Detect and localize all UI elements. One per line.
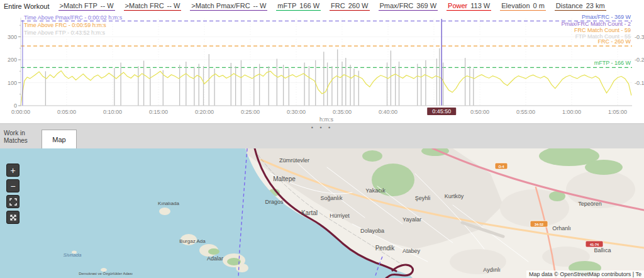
y-right-tick-label: -0.1 — [635, 80, 644, 86]
x-tick-label: 0:20:00 — [195, 109, 214, 115]
minus-icon: − — [10, 182, 15, 191]
metric-label: FRC — [331, 2, 345, 9]
x-tick-label: 0:30:00 — [287, 109, 306, 115]
chart-annotation: mFTP - 166 W — [594, 60, 631, 66]
metric-value: 260 W — [348, 2, 369, 9]
map-label: Yakacık — [365, 187, 386, 194]
cursor-time-label: 0:45:50 — [432, 108, 451, 114]
metric-list: >Match FTP-- W>Match FRC-- W>Match Pmax/… — [58, 2, 606, 11]
y-right-tick-label: -0.3 — [635, 34, 644, 40]
zoom-in-button[interactable]: + — [6, 164, 19, 177]
map-label: Yayalar — [402, 216, 421, 223]
metric-label: Pmax/FRC — [380, 2, 414, 9]
chart-annotation: Time Above FTP - 0:43:52 h:m:s — [24, 30, 106, 36]
zoom-to-fit-button[interactable] — [6, 195, 19, 208]
chart-annotation: FRC Match Count - 59 — [574, 27, 631, 33]
metric-mftp[interactable]: mFTP166 W — [276, 2, 321, 11]
splitter-handle[interactable]: • • • — [0, 125, 644, 131]
metric-value: 166 W — [299, 2, 319, 9]
map-label: Zümrütevler — [279, 157, 309, 164]
x-tick-label: 1:00:00 — [562, 109, 581, 115]
map-label: Adalar — [207, 255, 223, 262]
zoom-out-button[interactable]: − — [6, 179, 19, 192]
fullscreen-button[interactable] — [6, 211, 19, 224]
metric-value: -- W — [167, 2, 180, 9]
y-tick-label: 200 — [8, 57, 17, 63]
map-label: Atabey — [402, 248, 421, 254]
y-tick-label: 300 — [8, 34, 17, 40]
metric-value: 369 W — [416, 2, 436, 9]
metric-elevation[interactable]: Elevation0 m — [500, 2, 546, 11]
power-chart[interactable]: 0:45:50 0100200300-0.1-0.2-0.30:00:000:0… — [0, 13, 644, 123]
panel-strip: • • • Work in Matches Map — [0, 123, 644, 148]
metric-value: 23 km — [586, 2, 605, 9]
metric-matchfrc[interactable]: >Match FRC-- W — [124, 2, 182, 11]
metric-label: Power — [448, 2, 467, 9]
map-label: Dragos — [265, 199, 284, 205]
metric-label: Distance — [556, 2, 583, 9]
entire-workout-label[interactable]: Entire Workout — [4, 3, 50, 10]
metric-label: mFTP — [277, 2, 296, 9]
metric-frc[interactable]: FRC260 W — [330, 2, 369, 11]
chart-annotation: Time Above Pmax/FRC - 0:00:02 h:m:s — [24, 14, 123, 21]
map-label: Ballıca — [594, 247, 611, 253]
road-shield-label: 34-52 — [535, 223, 543, 226]
map-attribution[interactable]: Map data © OpenStreetMap contributors | … — [526, 270, 644, 278]
x-tick-label: 0:10:00 — [103, 109, 122, 115]
metric-matchpmaxfrc[interactable]: >Match Pmax/FRC-- W — [190, 2, 267, 11]
power-trace — [21, 71, 631, 106]
metric-pmaxfrc[interactable]: Pmax/FRC369 W — [379, 2, 438, 11]
map-label: Pendik — [375, 245, 396, 252]
x-tick-label: 1:05:00 — [608, 109, 627, 115]
y-right-tick-label: -0.2 — [635, 57, 644, 63]
metric-label: >Match FTP — [60, 2, 97, 9]
metric-value: -- W — [253, 2, 267, 9]
map-label: Burgaz Ada — [179, 238, 206, 244]
map-canvas[interactable]: ZümrütevlerMaltepeDragosKartalSoğanlıkYa… — [0, 148, 644, 278]
chart-annotation: FRC - 260 W — [597, 38, 631, 45]
tab-work-in-matches[interactable]: Work in Matches — [4, 130, 40, 145]
zoom-to-fit-icon — [9, 198, 17, 206]
road-shield-label: 41-74 — [590, 243, 599, 247]
app-window: Entire Workout >Match FTP-- W>Match FRC-… — [0, 0, 644, 278]
x-tick-label: 0:50:00 — [470, 109, 489, 115]
metric-label: >Match FRC — [125, 2, 164, 9]
road-shield-label: O-4 — [498, 165, 504, 169]
toolbar: Entire Workout >Match FTP-- W>Match FRC-… — [0, 0, 644, 13]
map-label: Sivriada — [64, 252, 82, 258]
match-bars — [45, 48, 473, 106]
chart-annotation: Pmax/FRC Match Count - 2 — [561, 21, 631, 27]
tab-map[interactable]: Map — [42, 130, 77, 148]
metric-value: 0 m — [533, 2, 545, 9]
plus-icon: + — [10, 166, 15, 175]
map-label: Maltepe — [273, 175, 296, 182]
chart-annotation: Pmax/FRC - 369 W — [582, 14, 631, 20]
x-tick-label: 0:25:00 — [241, 109, 260, 115]
map-label: Aydınlı — [483, 267, 500, 273]
x-tick-label: 0:00:00 — [11, 109, 30, 115]
x-tick-label: 0:05:00 — [57, 109, 76, 115]
map-label: Kartal — [301, 209, 318, 216]
x-tick-label: 0:35:00 — [333, 109, 352, 115]
y-tick-label: 0 — [14, 103, 17, 109]
map-label: Hürriyet — [330, 213, 350, 219]
metric-value: 113 W — [470, 2, 490, 9]
map-panel[interactable]: ZümrütevlerMaltepeDragosKartalSoğanlıkYa… — [0, 148, 644, 278]
metric-matchftp[interactable]: >Match FTP-- W — [58, 2, 115, 11]
metric-label: Elevation — [501, 2, 530, 9]
map-label: Kınalıada — [158, 201, 179, 206]
map-label: Soğanlık — [320, 195, 343, 201]
map-label: Dolayoba — [360, 228, 384, 234]
chart-annotation: Time Above FRC - 0:00:59 h:m:s — [24, 22, 106, 28]
metric-power[interactable]: Power113 W — [447, 2, 491, 11]
x-axis-label: h:m:s — [319, 116, 334, 123]
map-label: Demokrasi ve Özgürlükler Adası — [79, 272, 133, 275]
map-label: Kurtköy — [445, 193, 464, 199]
fullscreen-icon — [9, 214, 17, 221]
power-line — [21, 71, 631, 106]
x-tick-label: 0:55:00 — [516, 109, 535, 115]
map-controls: + − — [6, 164, 19, 224]
map-label: Şeyhli — [415, 195, 431, 201]
map-label: Orhanlı — [552, 225, 571, 231]
metric-distance[interactable]: Distance23 km — [555, 2, 606, 11]
